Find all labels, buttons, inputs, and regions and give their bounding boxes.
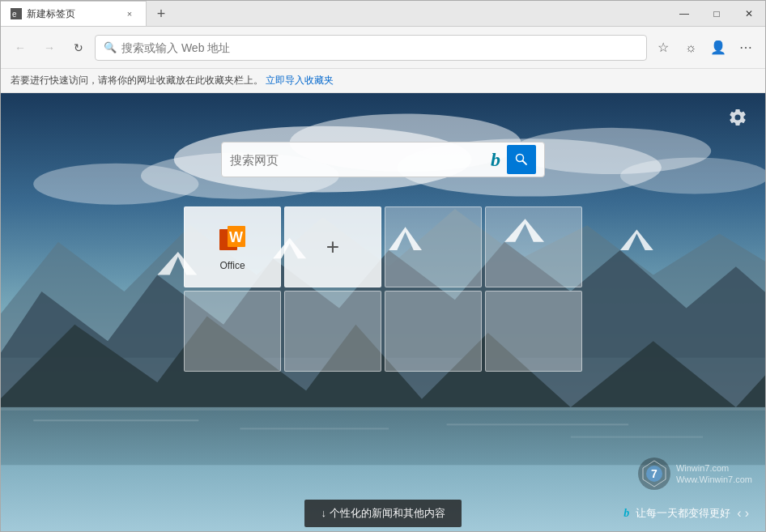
close-button[interactable]: ✕: [733, 1, 765, 27]
office-tile-label: Office: [219, 260, 245, 271]
office-icon: W: [216, 223, 249, 255]
win7-logo: 7: [637, 457, 671, 491]
watermark-text: Winwin7.com Www.Winwin7.com: [676, 462, 752, 486]
prev-arrow-button[interactable]: ‹: [737, 506, 741, 521]
empty-tile-6[interactable]: [284, 291, 381, 372]
svg-rect-21: [240, 428, 389, 429]
address-search-icon: 🔍: [104, 41, 117, 53]
next-arrow-button[interactable]: ›: [745, 506, 749, 521]
bottom-bar: ↓ 个性化的新闻和其他内容 b 让每一天都变得更好 ‹ ›: [1, 496, 765, 531]
svg-point-9: [620, 158, 765, 194]
favorites-star-button[interactable]: ☆: [650, 35, 676, 61]
tab-favicon: e: [11, 8, 22, 19]
office-tile[interactable]: W Office: [184, 206, 281, 287]
bing-logo: b: [491, 149, 500, 171]
tiles-container: W Office +: [184, 206, 582, 372]
add-icon: +: [326, 234, 339, 260]
empty-tile-4[interactable]: [485, 206, 582, 287]
svg-text:e: e: [12, 10, 17, 19]
minimize-button[interactable]: —: [668, 1, 700, 27]
settings-gear-button[interactable]: [723, 103, 752, 132]
svg-rect-19: [1, 407, 765, 411]
search-input[interactable]: [230, 153, 484, 167]
watermark: 7 Winwin7.com Www.Winwin7.com: [637, 457, 752, 491]
user-button[interactable]: 👤: [705, 35, 731, 61]
back-button[interactable]: ←: [7, 35, 33, 61]
title-bar: e 新建标签页 × + — □ ✕: [1, 1, 765, 27]
svg-rect-22: [447, 423, 629, 425]
new-tab-button[interactable]: +: [148, 1, 174, 27]
bottom-right: b 让每一天都变得更好 ‹ ›: [623, 506, 749, 521]
forward-button[interactable]: →: [36, 35, 62, 61]
tagline-text: 让每一天都变得更好: [636, 506, 730, 521]
favorites-bar-text: 若要进行快速访问，请将你的网址收藏放在此收藏夹栏上。: [11, 74, 263, 87]
maximize-button[interactable]: □: [700, 1, 733, 27]
news-btn-label: ↓ 个性化的新闻和其他内容: [321, 506, 445, 521]
address-input[interactable]: [121, 41, 638, 54]
empty-tile-3[interactable]: [385, 206, 482, 287]
search-container: b: [221, 142, 545, 177]
browser-window: e 新建标签页 × + — □ ✕ ← → ↻ 🔍 ☆ ☼ 👤 ⋯: [0, 0, 766, 532]
address-input-wrap: 🔍: [95, 35, 647, 61]
svg-rect-23: [571, 436, 703, 438]
tab-bar: e 新建标签页 × +: [1, 1, 668, 26]
refresh-button[interactable]: ↻: [66, 35, 91, 61]
svg-point-8: [33, 164, 198, 205]
window-controls: — □ ✕: [668, 1, 765, 27]
empty-tile-5[interactable]: [184, 291, 281, 372]
toolbar-icons: ☆ ☼ 👤 ⋯: [650, 35, 759, 61]
empty-tile-8[interactable]: [485, 291, 582, 372]
main-content: b W Office: [1, 93, 765, 531]
favorites-bar: 若要进行快速访问，请将你的网址收藏放在此收藏夹栏上。 立即导入收藏夹: [1, 69, 765, 93]
news-personalize-button[interactable]: ↓ 个性化的新闻和其他内容: [304, 500, 461, 527]
empty-tile-7[interactable]: [385, 291, 482, 372]
svg-line-25: [523, 161, 527, 165]
reading-list-button[interactable]: ☼: [678, 35, 704, 61]
add-tile[interactable]: +: [284, 206, 381, 287]
address-bar: ← → ↻ 🔍 ☆ ☼ 👤 ⋯: [1, 27, 765, 69]
svg-rect-20: [33, 419, 198, 421]
bing-logo-bottom: b: [623, 507, 629, 520]
search-button[interactable]: [507, 145, 536, 174]
more-button[interactable]: ⋯: [733, 35, 759, 61]
search-box: b: [221, 142, 545, 177]
active-tab[interactable]: e 新建标签页 ×: [1, 1, 147, 26]
nav-arrows: ‹ ›: [737, 506, 749, 521]
svg-text:7: 7: [651, 467, 657, 480]
tab-label: 新建标签页: [27, 7, 75, 21]
tab-close-button[interactable]: ×: [123, 7, 136, 20]
import-favorites-link[interactable]: 立即导入收藏夹: [266, 74, 334, 87]
svg-text:W: W: [229, 229, 243, 245]
